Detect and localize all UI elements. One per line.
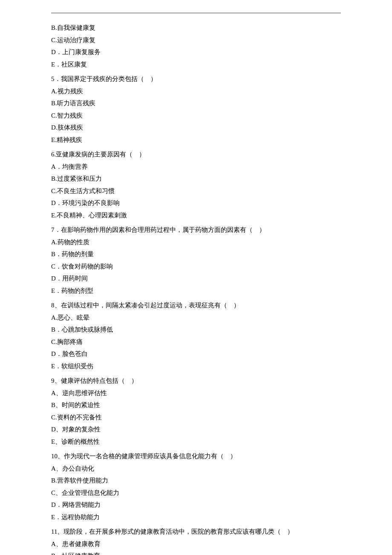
option-d-huanjing: D．环境污染的不良影响: [51, 199, 120, 206]
option-a-junheng: A．均衡营养: [51, 163, 88, 170]
question-7: 7．在影响药物作用的因素和合理用药过程中，属于药物方面的因素有（ ）: [51, 224, 341, 236]
option-a-exin: A.恶心、眩晕: [51, 314, 89, 321]
option-a-nixiang: A、逆向思维评估性: [51, 390, 107, 396]
list-item: E.精神残疾: [51, 134, 341, 146]
option-a-shili: A.视力残疾: [51, 88, 83, 95]
option-b-yingyang: B.营养软件使用能力: [51, 477, 108, 484]
option-c-yinshi: C．饮食对药物的影响: [51, 263, 113, 270]
list-item: B.听力语言残疾: [51, 97, 341, 110]
list-item: E、诊断的概然性: [51, 436, 341, 448]
option-a-bangong: A、办公自动化: [51, 465, 94, 472]
option-c-zhili: C.智力残疾: [51, 112, 83, 119]
question-8: 8、在训练过程中，间隔太紧凑会引起过度运动，表现征兆有（ ）: [51, 299, 341, 312]
option-c-buliang: C.不良生活方式和习惯: [51, 188, 115, 194]
list-item: A、办公自动化: [51, 462, 341, 475]
top-divider: [51, 13, 341, 13]
option-b-jiliang: B．药物的剂量: [51, 251, 94, 257]
list-item: A、患者健康教育: [51, 538, 341, 550]
list-item: D.肢体残疾: [51, 121, 341, 134]
option-e-yuancheng: E．远程协助能力: [51, 514, 100, 520]
list-item: C.不良生活方式和习惯: [51, 185, 341, 197]
question-8-text: 8、在训练过程中，间隔太紧凑会引起过度运动，表现征兆有（ ）: [51, 302, 240, 309]
option-d-lianse: D．脸色苍白: [51, 350, 88, 357]
question-6: 6.亚健康发病的主要原因有（ ）: [51, 148, 341, 161]
option-d-zhiti: D.肢体残疾: [51, 124, 83, 131]
option-e-jingshen: E.精神残疾: [51, 136, 82, 143]
question-5: 5．我国界定于残疾的分类包括（ ）: [51, 73, 341, 85]
question-6-text: 6.亚健康发病的主要原因有（ ）: [51, 151, 145, 158]
option-d-wangluo: D．网络营销能力: [51, 501, 101, 508]
option-b-shequ2: B．社区健康教育: [51, 552, 100, 555]
question-5-text: 5．我国界定于残疾的分类包括（ ）: [51, 75, 157, 82]
list-item: B、时间的紧迫性: [51, 399, 341, 411]
option-b-guodu: B.过度紧张和压力: [51, 175, 102, 182]
list-item: C.资料的不完备性: [51, 411, 341, 424]
list-item: D．网络营销能力: [51, 499, 341, 511]
list-item: B．心跳加快或脉搏低: [51, 324, 341, 336]
option-b-xintiao: B．心跳加快或脉搏低: [51, 326, 113, 333]
option-e-jixing: E．药物的剂型: [51, 287, 93, 294]
list-item: D．用药时间: [51, 272, 341, 285]
list-item: C.运动治疗康复: [51, 34, 341, 46]
option-c-yundong: C.运动治疗康复: [51, 37, 95, 43]
option-b-ziwo: B.自我保健康复: [51, 24, 95, 31]
option-e-zhenduan: E、诊断的概然性: [51, 438, 100, 445]
list-item: C．饮食对药物的影响: [51, 260, 341, 273]
list-item: C.智力残疾: [51, 110, 341, 122]
list-item: E．社区康复: [51, 58, 341, 71]
list-item: D．脸色苍白: [51, 348, 341, 360]
list-item: A.恶心、眩晕: [51, 312, 341, 324]
option-d-shangmen: D．上门康复服务: [51, 49, 101, 55]
list-item: B．社区健康教育: [51, 550, 341, 555]
question-11-text: 11、现阶段，在开展多种形式的健康教育活动中，医院的教育形式应该有哪几类（ ）: [51, 528, 294, 535]
option-e-shequ: E．社区康复: [51, 61, 87, 68]
option-c-xiongbu: C.胸部疼痛: [51, 338, 83, 345]
question-11: 11、现阶段，在开展多种形式的健康教育活动中，医院的教育形式应该有哪几类（ ）: [51, 526, 341, 538]
option-e-jingshen2: E.不良精神、心理因素刺激: [51, 212, 127, 219]
list-item: E．远程协助能力: [51, 511, 341, 523]
option-c-qiye: C、企业管理信息化能力: [51, 489, 119, 496]
question-10-text: 10、作为现代一名合格的健康管理师应该具备信息化能力有（ ）: [51, 453, 236, 460]
question-10: 10、作为现代一名合格的健康管理师应该具备信息化能力有（ ）: [51, 450, 341, 462]
option-a-yaowu: A.药物的性质: [51, 239, 89, 246]
list-item: C、企业管理信息化能力: [51, 487, 341, 499]
list-item: E．软组织受伤: [51, 360, 341, 373]
list-item: D．上门康复服务: [51, 46, 341, 58]
content-block: B.自我保健康复 C.运动治疗康复 D．上门康复服务 E．社区康复 5．我国界定…: [51, 22, 341, 555]
option-d-yongyao: D．用药时间: [51, 275, 88, 282]
list-item: A、逆向思维评估性: [51, 387, 341, 399]
list-item: B．药物的剂量: [51, 248, 341, 260]
list-item: C.胸部疼痛: [51, 336, 341, 348]
option-b-shijian: B、时间的紧迫性: [51, 402, 100, 408]
question-9-text: 9、健康评估的特点包括（ ）: [51, 377, 138, 384]
list-item: A．均衡营养: [51, 161, 341, 173]
list-item: B.自我保健康复: [51, 22, 341, 34]
list-item: E．药物的剂型: [51, 285, 341, 297]
list-item: A.药物的性质: [51, 236, 341, 249]
list-item: B.过度紧张和压力: [51, 173, 341, 185]
question-7-text: 7．在影响药物作用的因素和合理用药过程中，属于药物方面的因素有（ ）: [51, 226, 265, 233]
option-d-duixiang: D、对象的复杂性: [51, 426, 101, 433]
list-item: E.不良精神、心理因素刺激: [51, 209, 341, 222]
list-item: A.视力残疾: [51, 85, 341, 98]
option-a-huanzhe: A、患者健康教育: [51, 541, 101, 547]
option-c-ziliao: C.资料的不完备性: [51, 414, 102, 421]
list-item: B.营养软件使用能力: [51, 474, 341, 487]
list-item: D．环境污染的不良影响: [51, 197, 341, 209]
option-b-tingli: B.听力语言残疾: [51, 100, 95, 107]
option-e-ruanzhu: E．软组织受伤: [51, 363, 93, 370]
list-item: D、对象的复杂性: [51, 423, 341, 436]
question-9: 9、健康评估的特点包括（ ）: [51, 375, 341, 387]
